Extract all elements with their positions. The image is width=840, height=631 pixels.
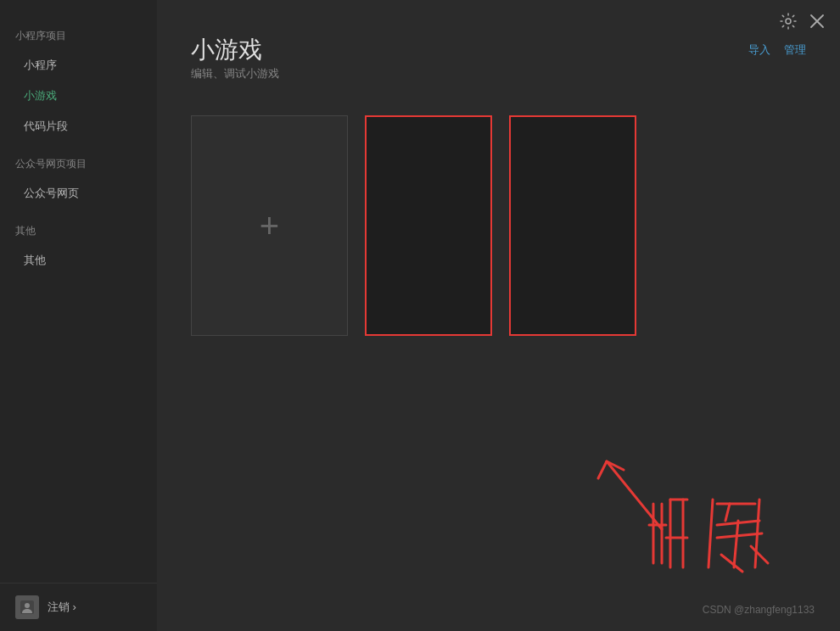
sidebar-section-mp-title: 公众号网页项目 (0, 142, 157, 178)
sidebar-item-miniapp[interactable]: 小程序 (0, 50, 157, 81)
project-card-2[interactable] (509, 115, 636, 336)
projects-area: + (191, 115, 806, 336)
svg-point-4 (25, 603, 30, 608)
add-icon: + (260, 209, 279, 243)
main-content: 小游戏 编辑、调试小游戏 导入 管理 + (157, 0, 840, 631)
annotation-drawing (467, 394, 823, 606)
sidebar-item-minigame[interactable]: 小游戏 (0, 81, 157, 111)
svg-point-0 (786, 19, 791, 24)
svg-line-20 (751, 546, 768, 563)
import-button[interactable]: 导入 (748, 42, 770, 58)
settings-icon[interactable] (779, 12, 798, 31)
sidebar-item-snippet[interactable]: 代码片段 (0, 111, 157, 142)
avatar (15, 595, 39, 619)
svg-line-15 (725, 504, 730, 521)
page-title: 小游戏 (191, 34, 279, 66)
sidebar-bottom[interactable]: 注销 › (0, 583, 157, 631)
page-subtitle: 编辑、调试小游戏 (191, 66, 279, 81)
add-project-card[interactable]: + (191, 115, 348, 336)
close-icon[interactable] (808, 12, 826, 31)
sidebar-item-mp-page[interactable]: 公众号网页 (0, 178, 157, 209)
sidebar-item-other[interactable]: 其他 (0, 245, 157, 276)
sidebar: 小程序项目 小程序 小游戏 代码片段 公众号网页项目 公众号网页 其他 其他 注… (0, 0, 157, 631)
sidebar-section-other-title: 其他 (0, 209, 157, 245)
svg-line-21 (721, 555, 742, 572)
svg-line-13 (708, 500, 713, 567)
svg-line-17 (717, 533, 762, 538)
svg-line-18 (734, 521, 738, 567)
top-bar (765, 0, 840, 42)
sidebar-section-miniapp-title: 小程序项目 (0, 14, 157, 50)
project-card-1[interactable] (365, 115, 492, 336)
attribution: CSDN @zhangfeng1133 (703, 604, 815, 616)
logout-button[interactable]: 注销 › (48, 600, 76, 615)
page-header: 小游戏 编辑、调试小游戏 导入 管理 (191, 34, 806, 107)
manage-button[interactable]: 管理 (784, 42, 806, 58)
